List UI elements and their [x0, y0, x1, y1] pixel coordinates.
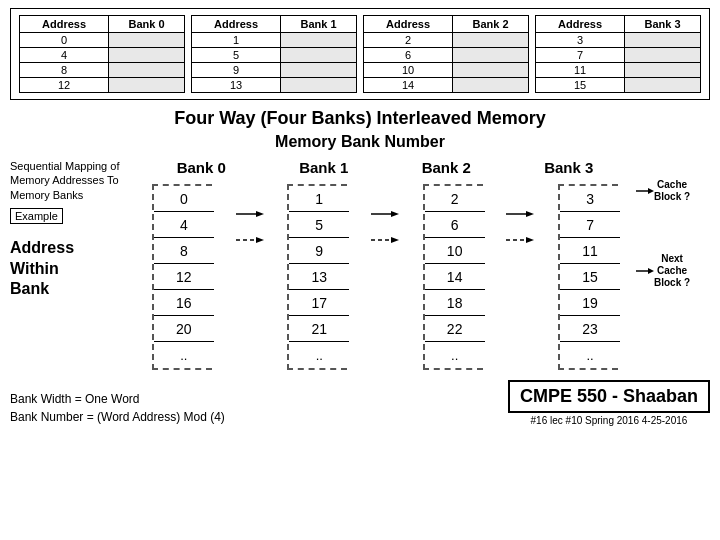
bank3-cell-23: 23: [560, 316, 620, 342]
table-row: 13: [192, 78, 281, 93]
bank3-cell-19: 19: [560, 290, 620, 316]
table-row: 8: [20, 63, 109, 78]
arrows-col-01: [236, 186, 264, 370]
bank2-addr-header: Address: [364, 16, 453, 33]
bank0-cells: 0 4 8 12 16 20 ..: [152, 184, 212, 370]
bank-table-1: Address Bank 1 1 5 9 13: [191, 15, 357, 93]
table-row: 15: [536, 78, 625, 93]
bank3-cells: 3 7 11 15 19 23 ..: [558, 184, 618, 370]
bank1-cell-17: 17: [289, 290, 349, 316]
table-row: [625, 48, 701, 63]
bank0-cell-16: 16: [154, 290, 214, 316]
arrows-svg-23: [506, 201, 534, 356]
bank1-cell-dots: ..: [289, 342, 349, 368]
bank-table-3: Address Bank 3 3 7 11 15: [535, 15, 701, 93]
bank3-cell-11: 11: [560, 238, 620, 264]
address-within-bank-label: AddressWithinBank: [10, 238, 135, 300]
bank-width-text: Bank Width = One Word: [10, 390, 225, 408]
table-row: 12: [20, 78, 109, 93]
arrows-svg-01: [236, 201, 264, 356]
arrows-svg-12: [371, 201, 399, 356]
table-row: [453, 78, 529, 93]
table-row: 7: [536, 48, 625, 63]
table-row: [625, 78, 701, 93]
table-row: [625, 63, 701, 78]
bank0-cell-20: 20: [154, 316, 214, 342]
bank1-cell-21: 21: [289, 316, 349, 342]
bank-table-0: Address Bank 0 0 4 8 12: [19, 15, 185, 93]
page: Address Bank 0 0 4 8 12 Address Bank 1: [0, 0, 720, 540]
bank3-bank-header: Bank 3: [625, 16, 701, 33]
svg-marker-11: [526, 237, 534, 243]
bank2-cell-2: 2: [425, 186, 485, 212]
bank2-header: Bank 2: [422, 159, 471, 176]
bank2-cell-dots: ..: [425, 342, 485, 368]
table-row: [109, 63, 185, 78]
bottom-section: Bank Width = One Word Bank Number = (Wor…: [10, 380, 710, 426]
bank-headers-row: Bank 0 Bank 1 Bank 2 Bank 3: [140, 159, 630, 180]
table-row: 10: [364, 63, 453, 78]
arrows-col-23: [506, 186, 534, 370]
bank3-cell-3: 3: [560, 186, 620, 212]
next-cache-block-label: NextCacheBlock ?: [654, 253, 690, 289]
bank2-cell-10: 10: [425, 238, 485, 264]
svg-marker-9: [526, 211, 534, 217]
table-row: [453, 63, 529, 78]
bank1-cell-13: 13: [289, 264, 349, 290]
cmpe-badge: CMPE 550 - Shaaban: [508, 380, 710, 413]
table-row: [281, 33, 357, 48]
bank1-cell-5: 5: [289, 212, 349, 238]
bank1-addr-header: Address: [192, 16, 281, 33]
table-row: 14: [364, 78, 453, 93]
bank1-cells: 1 5 9 13 17 21 ..: [287, 184, 347, 370]
sub-title: Memory Bank Number: [275, 133, 445, 151]
table-row: [453, 33, 529, 48]
bank2-cells: 2 6 10 14 18 22 ..: [423, 184, 483, 370]
bank1-header: Bank 1: [299, 159, 348, 176]
main-title: Four Way (Four Banks) Interleaved Memory: [174, 108, 545, 129]
bank0-cell-dots: ..: [154, 342, 214, 368]
table-row: 0: [20, 33, 109, 48]
table-row: [109, 48, 185, 63]
bank3-cell-7: 7: [560, 212, 620, 238]
bank2-cell-14: 14: [425, 264, 485, 290]
table-row: [625, 33, 701, 48]
bank2-cell-6: 6: [425, 212, 485, 238]
bank0-bank-header: Bank 0: [109, 16, 185, 33]
banks-wrapper: Bank 0 Bank 1 Bank 2 Bank 3 0 4 8 12 16 …: [140, 159, 630, 370]
cache-block-arrow-icon: [636, 184, 654, 198]
table-row: 1: [192, 33, 281, 48]
bottom-text-block: Bank Width = One Word Bank Number = (Wor…: [10, 390, 225, 426]
bank1-cell-1: 1: [289, 186, 349, 212]
arrows-col-12: [371, 186, 399, 370]
bank1-bank-header: Bank 1: [281, 16, 357, 33]
bank0-cell-4: 4: [154, 212, 214, 238]
cache-block-label: CacheBlock ?: [654, 179, 690, 203]
table-row: 5: [192, 48, 281, 63]
main-diagram: Sequential Mapping of Memory Addresses T…: [10, 159, 710, 370]
bank0-addr-header: Address: [20, 16, 109, 33]
bank0-cell-8: 8: [154, 238, 214, 264]
bank1-cell-9: 9: [289, 238, 349, 264]
bank-table-2: Address Bank 2 2 6 10 14: [363, 15, 529, 93]
next-cache-block-arrow-row: NextCacheBlock ?: [636, 253, 710, 289]
svg-marker-3: [256, 237, 264, 243]
right-labels-section: CacheBlock ? NextCacheBlock ?: [630, 159, 710, 370]
cells-row: 0 4 8 12 16 20 ..: [140, 184, 630, 370]
table-row: [281, 63, 357, 78]
cache-block-arrow-row: CacheBlock ?: [636, 179, 710, 203]
sequential-mapping-label: Sequential Mapping of Memory Addresses T…: [10, 159, 135, 202]
bank2-cell-22: 22: [425, 316, 485, 342]
bank2-cell-18: 18: [425, 290, 485, 316]
bank3-cell-dots: ..: [560, 342, 620, 368]
svg-marker-7: [391, 237, 399, 243]
bank3-addr-header: Address: [536, 16, 625, 33]
table-row: 3: [536, 33, 625, 48]
footer-text: #16 lec #10 Spring 2016 4-25-2016: [508, 415, 710, 426]
svg-marker-5: [391, 211, 399, 217]
table-row: [453, 48, 529, 63]
next-cache-block-arrow-icon: [636, 264, 654, 278]
table-row: [281, 48, 357, 63]
top-tables-section: Address Bank 0 0 4 8 12 Address Bank 1: [10, 8, 710, 100]
table-row: 4: [20, 48, 109, 63]
